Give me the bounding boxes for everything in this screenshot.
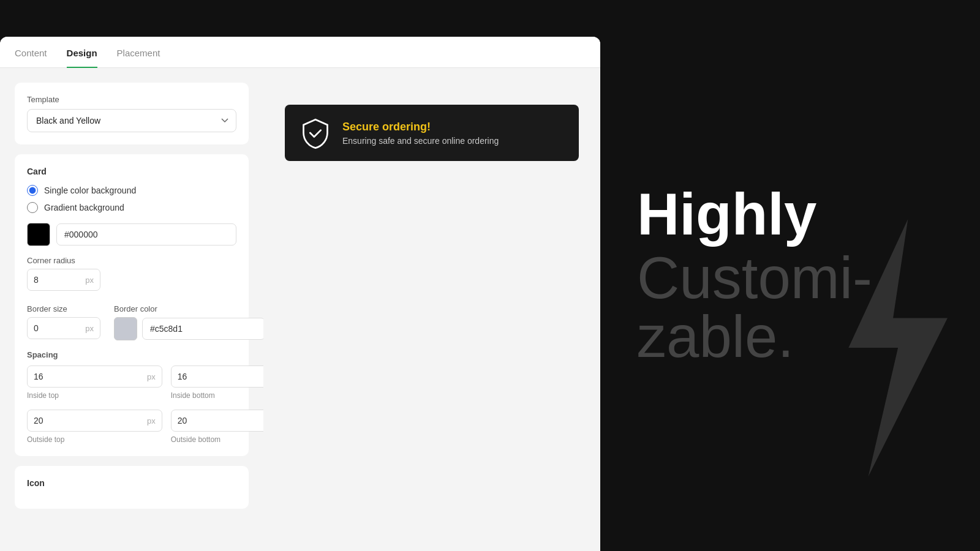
outside-top-unit: px xyxy=(147,411,162,431)
inside-bottom-wrap: 16 px xyxy=(171,365,263,388)
outside-bottom-input[interactable]: 20 xyxy=(172,410,263,431)
border-color-label: Border color xyxy=(114,304,263,313)
preview-area: Secure ordering! Ensuring safe and secur… xyxy=(263,68,600,551)
background-color-swatch[interactable] xyxy=(27,223,50,246)
inside-bottom-group: 16 px Inside bottom xyxy=(171,365,263,400)
inside-top-label: Inside top xyxy=(27,391,162,400)
shield-icon xyxy=(300,117,331,149)
radio-single-color-label: Single color background xyxy=(44,186,136,195)
border-color-input-row: #c5c8d1 xyxy=(114,317,263,340)
corner-radius-unit: px xyxy=(85,270,100,290)
icon-section-title: Icon xyxy=(27,478,236,488)
outside-top-group: 20 px Outside top xyxy=(27,410,162,444)
template-select[interactable]: Black and Yellow Blue and White Red and … xyxy=(27,109,236,132)
right-panel: Highly Customi- zable. xyxy=(600,0,980,551)
inside-top-unit: px xyxy=(147,367,162,387)
main-content: Template Black and Yellow Blue and White… xyxy=(0,68,600,551)
outside-top-input[interactable]: 20 xyxy=(28,410,147,431)
settings-panel: Template Black and Yellow Blue and White… xyxy=(0,68,263,551)
background-color-row: #000000 xyxy=(27,223,236,246)
card-text: Secure ordering! Ensuring safe and secur… xyxy=(342,121,499,146)
hero-text-container: Highly Customi- zable. xyxy=(637,185,943,366)
outside-top-wrap: 20 px xyxy=(27,410,162,432)
corner-radius-input-wrap: 8 px xyxy=(27,269,100,291)
radio-gradient[interactable]: Gradient background xyxy=(27,202,236,213)
tab-design[interactable]: Design xyxy=(67,37,97,68)
outside-bottom-wrap: 20 px xyxy=(171,410,263,432)
border-size-input[interactable]: 0 xyxy=(28,318,85,339)
inside-top-wrap: 16 px xyxy=(27,365,162,388)
border-color-input[interactable]: #c5c8d1 xyxy=(142,318,263,340)
tab-content[interactable]: Content xyxy=(15,37,47,68)
spacing-section: Spacing 16 px Inside top 16 xyxy=(27,350,236,444)
card-title: Secure ordering! xyxy=(342,121,499,133)
template-label: Template xyxy=(27,95,236,104)
background-type-group: Single color background Gradient backgro… xyxy=(27,185,236,213)
inside-bottom-input[interactable]: 16 xyxy=(172,366,263,387)
svg-marker-0 xyxy=(848,219,948,476)
radio-single-color[interactable]: Single color background xyxy=(27,185,236,196)
radio-single-color-input[interactable] xyxy=(27,185,38,196)
border-size-group: Border size 0 px xyxy=(27,301,107,339)
outside-bottom-label: Outside bottom xyxy=(171,435,263,444)
border-size-unit: px xyxy=(85,318,100,339)
icon-section: Icon xyxy=(15,466,249,509)
border-row: Border size 0 px Border color #c5c8d1 xyxy=(27,301,236,340)
inside-top-group: 16 px Inside top xyxy=(27,365,162,400)
border-size-label: Border size xyxy=(27,304,107,313)
inside-top-input[interactable]: 16 xyxy=(28,366,147,387)
border-color-swatch[interactable] xyxy=(114,317,137,340)
card-section-title: Card xyxy=(27,167,236,176)
inside-spacing-row: 16 px Inside top 16 px Inside bottom xyxy=(27,365,236,400)
outside-bottom-group: 20 px Outside bottom xyxy=(171,410,263,444)
background-color-input[interactable]: #000000 xyxy=(56,223,236,246)
corner-radius-input[interactable]: 8 xyxy=(28,269,85,290)
template-section: Template Black and Yellow Blue and White… xyxy=(15,83,249,144)
border-size-input-wrap: 0 px xyxy=(27,317,100,339)
card-section: Card Single color background Gradient ba… xyxy=(15,154,249,456)
card-subtitle: Ensuring safe and secure online ordering xyxy=(342,136,499,146)
card-preview: Secure ordering! Ensuring safe and secur… xyxy=(285,105,579,161)
spacing-label: Spacing xyxy=(27,350,236,359)
radio-gradient-input[interactable] xyxy=(27,202,38,213)
tabs-bar: Content Design Placement xyxy=(0,37,600,68)
lightning-icon xyxy=(784,219,980,476)
inside-bottom-label: Inside bottom xyxy=(171,391,263,400)
radio-gradient-label: Gradient background xyxy=(44,203,124,212)
tab-placement[interactable]: Placement xyxy=(117,37,160,68)
left-panel: Content Design Placement Template Black … xyxy=(0,37,600,551)
border-color-group: Border color #c5c8d1 xyxy=(114,301,263,340)
outside-spacing-row: 20 px Outside top 20 px Outside bottom xyxy=(27,410,236,444)
corner-radius-label: Corner radius xyxy=(27,256,236,265)
outside-top-label: Outside top xyxy=(27,435,162,444)
